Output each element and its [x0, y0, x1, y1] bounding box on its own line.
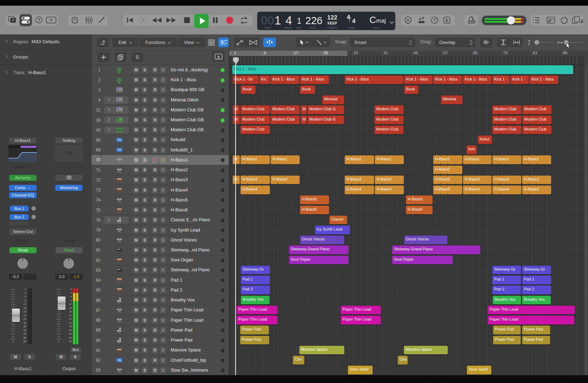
svg-text:S: S: [445, 18, 448, 23]
svg-text:?: ?: [38, 18, 40, 22]
